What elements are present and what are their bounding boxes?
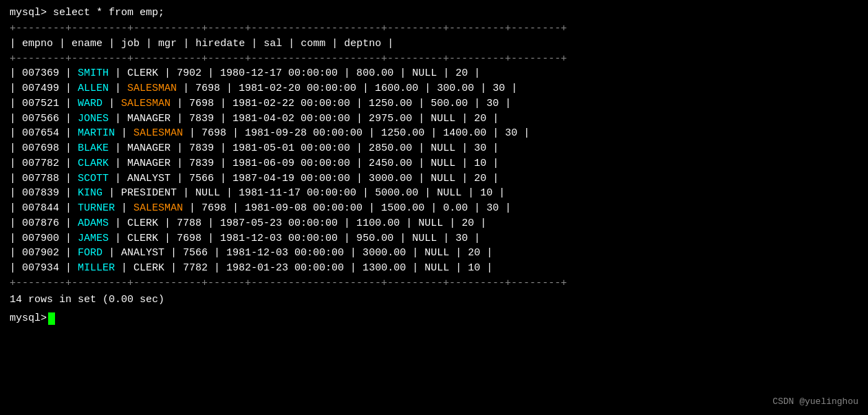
table-row: | 007499 | ALLEN | SALESMAN | 7698 | 198… <box>10 81 858 96</box>
prompt-text: mysql> <box>10 312 47 324</box>
table-row: | 007654 | MARTIN | SALESMAN | 7698 | 19… <box>10 126 858 141</box>
col-sal: sal <box>263 38 282 50</box>
terminal: mysql> select * from emp; +--------+----… <box>10 7 858 325</box>
top-separator: +--------+---------+-----------+------+-… <box>10 21 858 36</box>
col-ename: ename <box>72 38 102 50</box>
prompt-line: mysql> <box>10 312 858 325</box>
col-empno: empno <box>22 38 53 50</box>
col-job: job <box>121 38 140 50</box>
table-row: | 007902 | FORD | ANALYST | 7566 | 1981-… <box>10 246 858 261</box>
table-container: +--------+---------+-----------+------+-… <box>10 21 858 291</box>
col-comm: comm <box>301 38 325 50</box>
header-separator: +--------+---------+-----------+------+-… <box>10 52 858 67</box>
cursor <box>48 312 55 325</box>
table-row: | 007900 | JAMES | CLERK | 7698 | 1981-1… <box>10 231 858 246</box>
table-row: | 007521 | WARD | SALESMAN | 7698 | 1981… <box>10 96 858 111</box>
table-row: | 007844 | TURNER | SALESMAN | 7698 | 19… <box>10 201 858 216</box>
table-row: | 007369 | SMITH | CLERK | 7902 | 1980-1… <box>10 66 858 81</box>
watermark: CSDN @yuelinghou <box>772 396 858 407</box>
table-row: | 007698 | BLAKE | MANAGER | 7839 | 1981… <box>10 141 858 156</box>
header-row: | empno | ename | job | mgr | hiredate |… <box>10 36 858 52</box>
table-row: | 007566 | JONES | MANAGER | 7839 | 1981… <box>10 111 858 127</box>
table-row: | 007934 | MILLER | CLERK | 7782 | 1982-… <box>10 261 858 276</box>
table-row: | 007782 | CLARK | MANAGER | 7839 | 1981… <box>10 156 858 171</box>
command-line: mysql> select * from emp; <box>10 7 858 19</box>
table-row: | 007876 | ADAMS | CLERK | 7788 | 1987-0… <box>10 216 858 231</box>
col-deptno: deptno <box>344 38 381 50</box>
col-mgr: mgr <box>158 38 177 50</box>
table-row: | 007839 | KING | PRESIDENT | NULL | 198… <box>10 186 858 201</box>
data-rows: | 007369 | SMITH | CLERK | 7902 | 1980-1… <box>10 66 858 276</box>
col-hiredate: hiredate <box>195 38 245 50</box>
bottom-separator: +--------+---------+-----------+------+-… <box>10 276 858 291</box>
footer-line: 14 rows in set (0.00 sec) <box>10 294 858 306</box>
table-row: | 007788 | SCOTT | ANALYST | 7566 | 1987… <box>10 171 858 187</box>
